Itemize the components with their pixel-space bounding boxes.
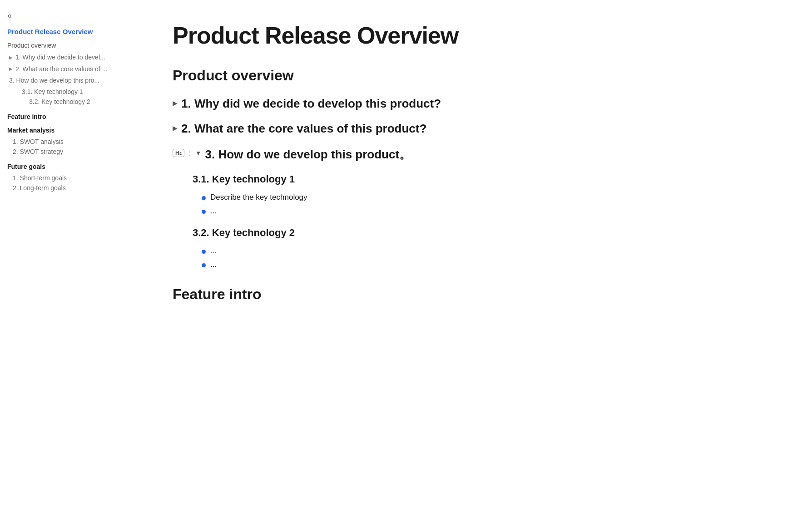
bullet-text: ... — [210, 207, 217, 216]
sidebar-title[interactable]: Product Release Overview — [7, 28, 129, 35]
sidebar-section-product-overview: Product overview — [7, 42, 129, 49]
sidebar: « Product Release Overview Product overv… — [0, 0, 136, 532]
sidebar-item-3-2[interactable]: 3.2. Key technology 2 — [7, 97, 129, 107]
section-heading-product-overview: Product overview — [173, 67, 509, 84]
back-button[interactable]: « — [7, 11, 12, 20]
sidebar-item-3[interactable]: 3. How do we develop this pro... — [7, 75, 129, 87]
sidebar-item-1[interactable]: ▶ 1. Why did we decide to devel... — [7, 52, 129, 64]
h2-toolbar: H₂ ⋮ — [173, 149, 193, 157]
collapse-arrow-1[interactable]: ▶ — [173, 99, 178, 107]
list-item: Describe the key technology — [202, 191, 509, 204]
sidebar-item-swot-analysis[interactable]: 1. SWOT analysis — [7, 137, 129, 147]
sidebar-item-swot-strategy[interactable]: 2. SWOT strategy — [7, 147, 129, 157]
bullet-icon — [202, 263, 206, 267]
sidebar-section-market-analysis[interactable]: Market analysis — [7, 127, 129, 134]
sidebar-item-2[interactable]: ▶ 2. What are the core values of ... — [7, 64, 129, 75]
bullet-text: Describe the key technology — [210, 193, 307, 202]
list-item: ... — [202, 244, 509, 258]
subheading-3-1: 3.1. Key technology 1 — [182, 173, 509, 185]
bullet-icon — [202, 210, 206, 214]
chevron-right-icon: ▶ — [9, 54, 13, 61]
feature-intro-heading: Feature intro — [173, 286, 509, 303]
page-title: Product Release Overview — [173, 22, 509, 49]
list-item: ... — [202, 258, 509, 271]
bullet-text: ... — [210, 246, 217, 256]
bullet-text: ... — [210, 260, 217, 269]
sidebar-item-long-term[interactable]: 2. Long-term goals — [7, 183, 129, 193]
h2-badge[interactable]: H₂ — [173, 149, 184, 157]
bullet-list-3-1: Describe the key technology ... — [182, 191, 509, 218]
sidebar-section-future-goals[interactable]: Future goals — [7, 163, 129, 170]
heading-2[interactable]: 2. What are the core values of this prod… — [181, 122, 426, 136]
bullet-list-3-2: ... ... — [182, 244, 509, 271]
collapsible-item-2: ▶ 2. What are the core values of this pr… — [173, 122, 509, 136]
collapsible-item-1: ▶ 1. Why did we decide to develop this p… — [173, 97, 509, 111]
subheading-3-2: 3.2. Key technology 2 — [182, 227, 509, 239]
collapse-arrow-2[interactable]: ▶ — [173, 124, 178, 132]
bullet-icon — [202, 196, 206, 200]
more-options-icon[interactable]: ⋮ — [186, 149, 193, 157]
bullet-icon — [202, 250, 206, 254]
heading-1[interactable]: 1. Why did we decide to develop this pro… — [181, 97, 441, 111]
list-item: ... — [202, 204, 509, 218]
chevron-right-icon: ▶ — [9, 66, 13, 72]
main-content: Product Release Overview Product overvie… — [136, 0, 545, 532]
sidebar-item-3-1[interactable]: 3.1. Key technology 1 — [7, 87, 129, 97]
collapse-arrow-3[interactable]: ▼ — [195, 149, 202, 157]
section-3-content: 3.1. Key technology 1 Describe the key t… — [173, 173, 509, 271]
collapsible-item-3: H₂ ⋮ ▼ 3. How do we develop this product… — [173, 147, 509, 163]
heading-3[interactable]: 3. How do we develop this product。 — [205, 147, 411, 163]
sidebar-section-feature-intro[interactable]: Feature intro — [7, 113, 129, 120]
sidebar-item-short-term[interactable]: 1. Short-term goals — [7, 173, 129, 183]
